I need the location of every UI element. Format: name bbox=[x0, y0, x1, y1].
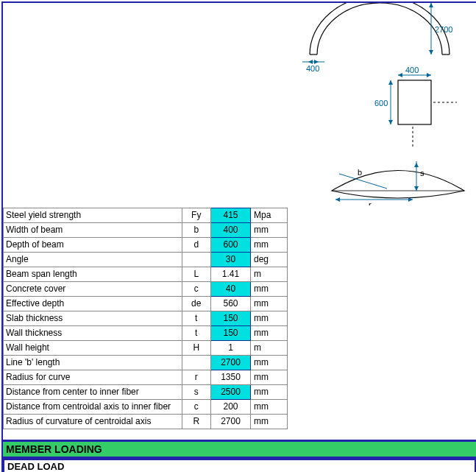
svg-marker-17 bbox=[388, 120, 393, 124]
prop-unit: mm bbox=[251, 296, 288, 311]
prop-sym: L bbox=[182, 267, 210, 281]
dead-load-header: DEAD LOAD bbox=[3, 459, 476, 473]
svg-marker-16 bbox=[388, 80, 393, 85]
prop-unit: m bbox=[251, 267, 288, 281]
prop-unit: mm bbox=[251, 370, 288, 384]
prop-val[interactable]: 2500 bbox=[211, 384, 251, 399]
prop-unit: mm bbox=[251, 311, 288, 325]
prop-sym: de bbox=[182, 296, 210, 311]
prop-sym: H bbox=[182, 340, 210, 355]
prop-sym bbox=[182, 252, 210, 267]
svg-marker-4 bbox=[429, 50, 433, 54]
prop-unit: mm bbox=[251, 281, 288, 296]
prop-sym: c bbox=[182, 399, 210, 414]
prop-sym: t bbox=[182, 325, 210, 340]
prop-sym bbox=[182, 355, 210, 370]
prop-label: Radius of curvature of centroidal axis bbox=[4, 414, 182, 429]
prop-sym: Fy bbox=[182, 208, 210, 222]
diagram-svg: 2700 400 400 600 s b bbox=[288, 3, 475, 205]
prop-unit: m bbox=[251, 340, 288, 355]
prop-val: 1350 bbox=[211, 370, 251, 384]
prop-val[interactable]: 150 bbox=[211, 311, 251, 325]
svg-text:600: 600 bbox=[374, 99, 388, 108]
prop-label: Wall height bbox=[4, 340, 182, 355]
svg-text:b: b bbox=[358, 168, 362, 177]
properties-table: 2700 400 400 600 s b bbox=[3, 3, 476, 440]
prop-label: Depth of beam bbox=[4, 237, 182, 252]
prop-unit: Mpa bbox=[251, 208, 288, 222]
prop-val: 200 bbox=[211, 399, 251, 414]
svg-text:400: 400 bbox=[405, 66, 419, 74]
prop-unit: mm bbox=[251, 414, 288, 429]
prop-val[interactable]: 40 bbox=[211, 281, 251, 296]
prop-val: 1 bbox=[211, 340, 251, 355]
svg-marker-13 bbox=[427, 73, 431, 77]
prop-sym: b bbox=[182, 222, 210, 237]
prop-val[interactable]: 30 bbox=[211, 252, 251, 267]
prop-unit: mm bbox=[251, 384, 288, 399]
prop-unit: mm bbox=[251, 399, 288, 414]
prop-val[interactable]: 150 bbox=[211, 325, 251, 340]
prop-val[interactable]: 415 bbox=[211, 208, 251, 222]
svg-text:2700: 2700 bbox=[435, 25, 452, 34]
prop-label: Beam span length bbox=[4, 267, 182, 281]
prop-label: Wall thickness bbox=[4, 325, 182, 340]
prop-val: 2700 bbox=[211, 414, 251, 429]
prop-label: Distance from center to inner fiber bbox=[4, 384, 182, 399]
prop-val: 560 bbox=[211, 296, 251, 311]
prop-label: Distance from centroidal axis to inner f… bbox=[4, 399, 182, 414]
prop-unit: mm bbox=[251, 355, 288, 370]
svg-text:r: r bbox=[369, 200, 372, 205]
svg-marker-3 bbox=[429, 3, 433, 7]
prop-val[interactable]: 400 bbox=[211, 222, 251, 237]
prop-label: Line 'b' length bbox=[4, 355, 182, 370]
prop-sym: R bbox=[182, 414, 210, 429]
member-loading-header: MEMBER LOADING bbox=[3, 440, 476, 459]
svg-text:s: s bbox=[420, 169, 425, 177]
svg-marker-24 bbox=[414, 186, 419, 191]
prop-sym: r bbox=[182, 370, 210, 384]
svg-marker-29 bbox=[335, 197, 340, 202]
prop-unit: mm bbox=[251, 222, 288, 237]
prop-val: 1.41 bbox=[211, 267, 251, 281]
prop-label: Angle bbox=[4, 252, 182, 267]
prop-sym: s bbox=[182, 384, 210, 399]
prop-sym: c bbox=[182, 281, 210, 296]
prop-unit: mm bbox=[251, 237, 288, 252]
prop-label: Effective depth bbox=[4, 296, 182, 311]
prop-sym: t bbox=[182, 311, 210, 325]
prop-sym: d bbox=[182, 237, 210, 252]
prop-label: Slab thickness bbox=[4, 311, 182, 325]
prop-label: Width of beam bbox=[4, 222, 182, 237]
svg-text:400: 400 bbox=[306, 64, 319, 73]
svg-marker-12 bbox=[398, 73, 402, 77]
prop-val[interactable]: 2700 bbox=[211, 355, 251, 370]
svg-marker-23 bbox=[414, 163, 419, 167]
prop-label: Steel yield strength bbox=[4, 208, 182, 222]
prop-unit: mm bbox=[251, 325, 288, 340]
prop-label: Radius for curve bbox=[4, 370, 182, 384]
svg-rect-10 bbox=[398, 80, 431, 124]
prop-val[interactable]: 600 bbox=[211, 237, 251, 252]
prop-unit: deg bbox=[251, 252, 288, 267]
prop-label: Concrete cover bbox=[4, 281, 182, 296]
